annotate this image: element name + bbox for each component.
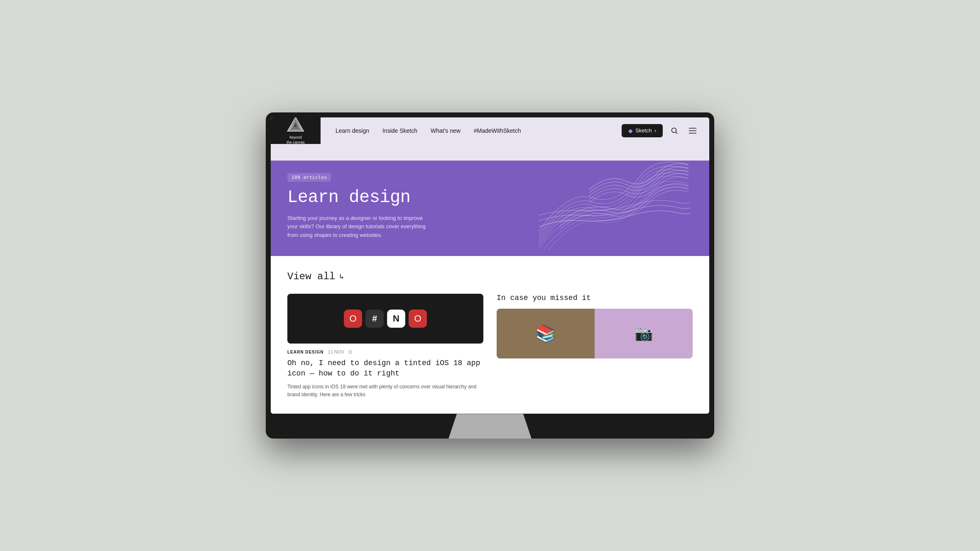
- sketch-button[interactable]: ◆ Sketch ›: [622, 124, 663, 137]
- camera-icon-wrap: 📷: [595, 309, 693, 358]
- notion-icon: N: [387, 310, 405, 328]
- sidebar-section: In case you missed it 📚 📷: [497, 294, 693, 399]
- view-all-label: View all: [287, 271, 335, 282]
- book-icon: 📚: [535, 324, 556, 343]
- sidebar-title: In case you missed it: [497, 294, 693, 302]
- hero-description: Starting your journey as a designer or l…: [287, 214, 429, 240]
- nav-item-made-with-sketch[interactable]: #MadeWithSketch: [474, 127, 521, 134]
- opera-icon: O: [344, 310, 362, 328]
- view-all-link[interactable]: View all ↳: [287, 271, 693, 282]
- svg-point-5: [672, 128, 676, 132]
- search-button[interactable]: [668, 124, 681, 137]
- article-date: 11 NOV: [328, 349, 344, 354]
- sketch-label: Sketch: [635, 127, 652, 134]
- hero-section: 108 articles Learn design Starting your …: [271, 144, 709, 256]
- articles-badge: 108 articles: [287, 173, 331, 182]
- missed-thumbnail[interactable]: 📚 📷: [497, 309, 693, 358]
- navbar: beyond the canvas Learn design Inside Sk…: [271, 117, 709, 144]
- thumb-icons: O # N O: [344, 310, 427, 328]
- nav-item-whats-new[interactable]: What's new: [431, 127, 461, 134]
- logo-area[interactable]: beyond the canvas: [271, 117, 321, 144]
- sketch-arrow: ›: [654, 127, 656, 134]
- hero-wave-decoration: [535, 148, 693, 252]
- logo-icon: [287, 117, 305, 134]
- nav-item-inside-sketch[interactable]: Inside Sketch: [382, 127, 417, 134]
- hamburger-icon: [689, 128, 696, 134]
- nav-item-learn-design[interactable]: Learn design: [336, 127, 369, 134]
- diamond-icon: ◆: [628, 127, 633, 134]
- article-excerpt: Tinted app icons in iOS 18 were met with…: [287, 383, 483, 399]
- screen: beyond the canvas Learn design Inside Sk…: [271, 117, 709, 414]
- view-all-arrow-icon: ↳: [339, 272, 344, 281]
- nav-actions: ◆ Sketch ›: [622, 124, 709, 137]
- menu-button[interactable]: [686, 124, 699, 137]
- monitor: beyond the canvas Learn design Inside Sk…: [266, 112, 714, 439]
- missed-thumb-left: 📚: [497, 309, 595, 358]
- svg-line-6: [676, 132, 678, 134]
- article-thumbnail: O # N O: [287, 294, 483, 344]
- nav-links: Learn design Inside Sketch What's new #M…: [321, 127, 622, 134]
- monitor-stand: [448, 414, 532, 439]
- article-title[interactable]: Oh no, I need to design a tinted iOS 18 …: [287, 358, 483, 379]
- article-share-icon[interactable]: ⊡: [348, 349, 352, 355]
- opera2-icon: O: [409, 310, 427, 328]
- hash-icon: #: [365, 310, 384, 328]
- missed-thumb-right: 📷: [595, 309, 693, 358]
- article-meta: LEARN DESIGN 11 NOV ⊡: [287, 349, 483, 355]
- article-tag: LEARN DESIGN: [287, 350, 324, 354]
- camera-icon: 📷: [635, 325, 653, 342]
- search-icon: [671, 127, 678, 134]
- main-content: View all ↳ O # N O LEARN DESIGN: [271, 256, 709, 414]
- main-article: O # N O LEARN DESIGN 11 NOV ⊡ Oh no, I n…: [287, 294, 483, 399]
- articles-grid: O # N O LEARN DESIGN 11 NOV ⊡ Oh no, I n…: [287, 294, 693, 399]
- svg-marker-3: [292, 123, 299, 128]
